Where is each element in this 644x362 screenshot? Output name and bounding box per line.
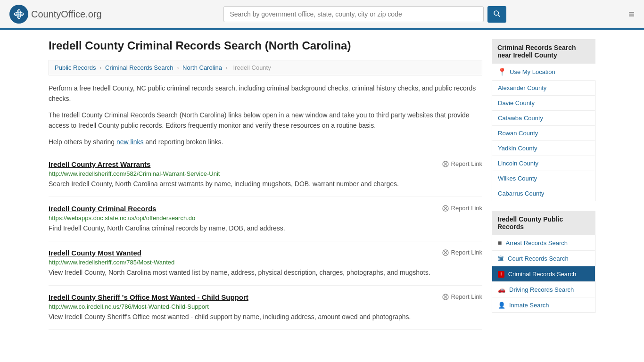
nearby-county-list: Alexander CountyDavie CountyCatawba Coun…	[492, 81, 595, 201]
record-header: Iredell County Criminal Records Report L…	[49, 205, 482, 213]
logo-text: CountyOffice.org	[31, 9, 102, 20]
search-button[interactable]	[487, 6, 506, 23]
public-record-label-0: Arrest Records Search	[505, 239, 568, 247]
public-record-link-4[interactable]: 👤 Inmate Search	[492, 297, 595, 313]
public-record-item: 🏛 Court Records Search	[492, 251, 595, 266]
content-area: Iredell County Criminal Records Search (…	[49, 39, 482, 330]
public-record-item: ■ Arrest Records Search	[492, 235, 595, 251]
sidebar-county-item: Cabarrus County	[492, 186, 595, 201]
sidebar-record-icon-4: 👤	[498, 301, 505, 309]
public-records-header: Iredell County Public Records	[492, 211, 595, 235]
public-record-link-2[interactable]: ! Criminal Records Search	[492, 266, 595, 281]
report-link-0[interactable]: Report Link	[442, 160, 482, 168]
public-record-link-0[interactable]: ■ Arrest Records Search	[492, 235, 595, 250]
sidebar-county-item: Davie County	[492, 96, 595, 111]
sidebar-county-item: Yadkin County	[492, 141, 595, 156]
breadcrumb-north-carolina[interactable]: North Carolina	[182, 64, 222, 71]
record-url-1[interactable]: https://webapps.doc.state.nc.us/opi/offe…	[49, 214, 482, 222]
sidebar-county-item: Rowan County	[492, 126, 595, 141]
record-url-2[interactable]: http://www.iredellsheriff.com/785/Most-W…	[49, 259, 482, 266]
public-record-label-1: Court Records Search	[508, 255, 569, 262]
public-record-label-4: Inmate Search	[509, 302, 549, 309]
new-links[interactable]: new links	[116, 138, 144, 146]
location-icon: 📍	[497, 67, 507, 76]
public-records-list: ■ Arrest Records Search 🏛 Court Records …	[492, 235, 595, 313]
main-container: Iredell County Criminal Records Search (…	[39, 30, 605, 339]
svg-line-7	[498, 15, 500, 17]
record-url-3[interactable]: http://www.co.iredell.nc.us/786/Most-Wan…	[49, 303, 482, 310]
public-records-section: Iredell County Public Records ■ Arrest R…	[492, 211, 595, 313]
search-area	[223, 6, 506, 23]
use-location-label: Use My Location	[510, 68, 555, 75]
sidebar-county-link-2[interactable]: Catawba County	[492, 111, 595, 125]
sidebar-record-icon-2: !	[498, 270, 504, 278]
record-desc-0: Search Iredell County, North Carolina ar…	[49, 179, 482, 189]
sidebar-county-link-5[interactable]: Lincoln County	[492, 156, 595, 171]
sidebar-county-link-6[interactable]: Wilkes County	[492, 171, 595, 186]
nearby-header: Criminal Records Search near Iredell Cou…	[492, 39, 595, 64]
sidebar-county-link-3[interactable]: Rowan County	[492, 126, 595, 140]
record-header: Iredell County Arrest Warrants Report Li…	[49, 160, 482, 168]
sidebar-record-icon-1: 🏛	[498, 255, 504, 262]
nearby-section: Criminal Records Search near Iredell Cou…	[492, 39, 595, 201]
record-title-0[interactable]: Iredell County Arrest Warrants	[49, 160, 150, 168]
sidebar-record-icon-3: 🚗	[498, 286, 505, 293]
public-record-item: 🚗 Driving Records Search	[492, 282, 595, 297]
description-para1: Perform a free Iredell County, NC public…	[49, 83, 482, 104]
public-record-label-3: Driving Records Search	[509, 286, 574, 293]
record-title-3[interactable]: Iredell County Sheriff 's Office Most Wa…	[49, 293, 248, 301]
sidebar-county-item: Wilkes County	[492, 171, 595, 186]
sidebar-county-item: Lincoln County	[492, 156, 595, 171]
logo-icon	[9, 5, 28, 24]
records-container: Iredell County Arrest Warrants Report Li…	[49, 153, 482, 330]
record-desc-2: View Iredell County, North Carolina most…	[49, 268, 482, 278]
breadcrumb: Public Records › Criminal Records Search…	[49, 60, 482, 75]
header: CountyOffice.org ≡	[0, 0, 644, 30]
sidebar-county-link-1[interactable]: Davie County	[492, 96, 595, 110]
record-title-1[interactable]: Iredell County Criminal Records	[49, 205, 156, 213]
record-header: Iredell County Sheriff 's Office Most Wa…	[49, 293, 482, 301]
use-location[interactable]: 📍 Use My Location	[492, 64, 595, 81]
public-record-link-3[interactable]: 🚗 Driving Records Search	[492, 282, 595, 297]
public-record-item: ! Criminal Records Search	[492, 266, 595, 282]
description-para2: The Iredell County Criminal Records Sear…	[49, 110, 482, 131]
sidebar-record-icon-0: ■	[498, 239, 502, 247]
report-link-2[interactable]: Report Link	[442, 249, 482, 256]
sidebar-county-link-0[interactable]: Alexander County	[492, 81, 595, 95]
public-record-link-1[interactable]: 🏛 Court Records Search	[492, 251, 595, 266]
public-record-label-2: Criminal Records Search	[508, 271, 577, 278]
report-link-3[interactable]: Report Link	[442, 293, 482, 301]
breadcrumb-public-records[interactable]: Public Records	[55, 64, 96, 71]
page-title: Iredell County Criminal Records Search (…	[49, 39, 482, 52]
record-item: Iredell County Criminal Records Report L…	[49, 197, 482, 241]
logo-area: CountyOffice.org	[9, 5, 102, 24]
sidebar-county-item: Catawba County	[492, 111, 595, 126]
record-url-0[interactable]: http://www.iredellsheriff.com/582/Crimin…	[49, 170, 482, 177]
search-input[interactable]	[223, 6, 484, 22]
public-record-item: 👤 Inmate Search	[492, 297, 595, 313]
sidebar: Criminal Records Search near Iredell Cou…	[492, 39, 595, 330]
record-desc-3: View Iredell County Sheriff's Office mos…	[49, 312, 482, 322]
record-item: Iredell County Arrest Warrants Report Li…	[49, 153, 482, 197]
menu-icon[interactable]: ≡	[628, 8, 635, 20]
report-link-1[interactable]: Report Link	[442, 205, 482, 212]
sidebar-county-item: Alexander County	[492, 81, 595, 96]
record-title-2[interactable]: Iredell County Most Wanted	[49, 249, 141, 257]
sidebar-county-link-7[interactable]: Cabarrus County	[492, 186, 595, 201]
breadcrumb-criminal-records[interactable]: Criminal Records Search	[105, 64, 173, 71]
record-desc-1: Find Iredell County, North Carolina crim…	[49, 223, 482, 233]
sidebar-county-link-4[interactable]: Yadkin County	[492, 141, 595, 156]
record-item: Iredell County Sheriff 's Office Most Wa…	[49, 286, 482, 330]
record-header: Iredell County Most Wanted Report Link	[49, 249, 482, 257]
breadcrumb-current: Iredell County	[233, 64, 271, 71]
record-item: Iredell County Most Wanted Report Link h…	[49, 241, 482, 286]
description-para3: Help others by sharing new links and rep…	[49, 137, 482, 147]
svg-point-6	[494, 11, 498, 15]
